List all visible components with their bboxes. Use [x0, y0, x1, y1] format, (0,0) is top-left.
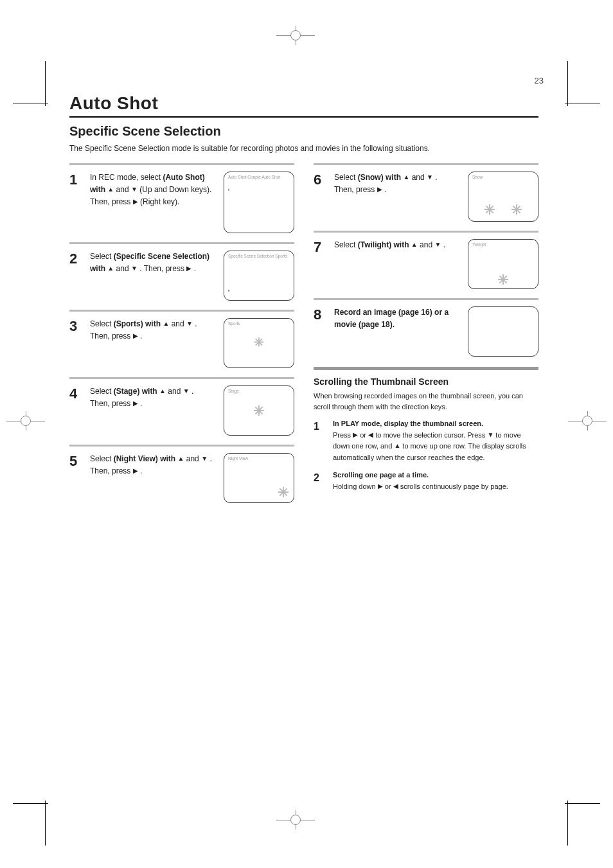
down-arrow-icon: ▼: [131, 263, 138, 274]
step-number: 8: [314, 306, 329, 323]
title-rule: [69, 116, 538, 118]
up-arrow-icon: ▲: [411, 240, 418, 250]
step-5: 5 Select (Night View) with ▲ and ▼ . The…: [69, 445, 294, 512]
screen-preview: Stage: [224, 385, 294, 436]
marker-icon: ▸: [228, 288, 230, 294]
burst-icon: [278, 487, 289, 497]
section-title: Auto Shot: [69, 93, 538, 114]
screen-caption: Specific Scene Selection Sports: [228, 254, 287, 259]
screen-caption: Stage: [228, 389, 239, 394]
step-body: Select (Twilight) with ▲ and ▼ .: [334, 239, 461, 289]
right-arrow-icon: ▶: [133, 197, 138, 207]
step-7: 7 Select (Twilight) with ▲ and ▼ . Twili…: [314, 231, 538, 298]
step-4: 4 Select (Stage) with ▲ and ▼ . Then, pr…: [69, 377, 294, 445]
marker-icon: ▸: [228, 188, 230, 193]
step-number: 7: [314, 239, 329, 256]
down-arrow-icon: ▼: [201, 454, 208, 464]
step-detail: Press ▶ or ◀ to move the selection curso…: [333, 431, 526, 461]
down-arrow-icon: ▼: [186, 319, 193, 329]
step-number: 5: [69, 453, 85, 470]
up-arrow-icon: ▲: [159, 386, 166, 396]
screen-caption: Night View: [228, 456, 248, 461]
up-arrow-icon: ▲: [107, 184, 114, 195]
intro-text: The Specific Scene Selection mode is sui…: [69, 143, 538, 154]
burst-icon: [484, 204, 495, 215]
screen-preview: Sports: [224, 318, 294, 368]
burst-icon: [511, 204, 522, 215]
screen-caption: Snow: [472, 175, 483, 180]
step-body: Select (Snow) with ▲ and ▼ . Then, press…: [334, 172, 461, 222]
step-1: 1 In REC mode, select (Auto Shot) with ▲…: [69, 163, 294, 242]
step-body: In REC mode, select (Auto Shot) with ▲ a…: [90, 172, 217, 233]
step-title: Scrolling one page at a time.: [333, 471, 429, 479]
step-body: Select (Night View) with ▲ and ▼ . Then,…: [90, 453, 217, 503]
left-arrow-icon: ◀: [368, 430, 373, 440]
step-body: Select (Sports) with ▲ and ▼ . Then, pre…: [90, 318, 217, 368]
up-arrow-icon: ▲: [107, 263, 114, 274]
burst-icon: [254, 337, 263, 346]
left-arrow-icon: ◀: [393, 481, 398, 492]
down-arrow-icon: ▼: [183, 386, 190, 396]
right-arrow-icon: ▶: [133, 398, 138, 409]
step-body: Record an image (page 16) or a movie (pa…: [334, 306, 461, 357]
burst-icon: [498, 274, 508, 285]
page-number: 23: [535, 76, 544, 85]
scroll-step-2: 2 Scrolling one page at a time. Holding …: [314, 470, 538, 492]
right-arrow-icon: ▶: [377, 184, 382, 195]
right-arrow-icon: ▶: [186, 263, 191, 274]
right-arrow-icon: ▶: [378, 481, 383, 492]
down-arrow-icon: ▼: [487, 430, 493, 440]
headline: Specific Scene Selection: [69, 124, 538, 139]
down-arrow-icon: ▼: [434, 240, 441, 250]
subsection-intro: When browsing recorded images on the thu…: [314, 391, 538, 412]
up-arrow-icon: ▲: [178, 454, 184, 464]
scroll-step-1: 1 In PLAY mode, display the thumbnail sc…: [314, 418, 538, 463]
step-number: 1: [69, 172, 85, 188]
down-arrow-icon: ▼: [427, 172, 433, 182]
step-body: Select (Specific Scene Selection) with ▲…: [90, 251, 217, 301]
step-6: 6 Select (Snow) with ▲ and ▼ . Then, pre…: [314, 163, 538, 231]
step-8: 8 Record an image (page 16) or a movie (…: [314, 298, 538, 366]
screen-preview: Snow: [468, 172, 538, 222]
right-arrow-icon: ▶: [353, 430, 358, 440]
step-number: 1: [314, 418, 326, 463]
up-arrow-icon: ▲: [163, 319, 169, 329]
step-number: 2: [69, 251, 85, 267]
step-detail: Holding down ▶ or ◀ scrolls continuously…: [333, 483, 508, 490]
step-2: 2 Select (Specific Scene Selection) with…: [69, 242, 294, 310]
step-number: 3: [69, 318, 85, 335]
right-arrow-icon: ▶: [133, 466, 138, 476]
screen-preview: [468, 306, 538, 357]
screen-preview: Twilight: [468, 239, 538, 289]
step-body: Select (Stage) with ▲ and ▼ . Then, pres…: [90, 385, 217, 436]
right-arrow-icon: ▶: [133, 331, 138, 341]
burst-icon: [254, 405, 264, 416]
up-arrow-icon: ▲: [394, 441, 400, 451]
step-title: In PLAY mode, display the thumbnail scre…: [333, 420, 483, 427]
screen-caption: Twilight: [472, 242, 486, 247]
screen-caption: Auto Shot Couple Auto Shot: [228, 175, 280, 180]
screen-preview: Auto Shot Couple Auto Shot ▸: [224, 172, 294, 233]
screen-preview: Specific Scene Selection Sports ▸: [224, 251, 294, 301]
step-3: 3 Select (Sports) with ▲ and ▼ . Then, p…: [69, 310, 294, 377]
step-number: 6: [314, 172, 329, 188]
up-arrow-icon: ▲: [403, 172, 409, 182]
screen-preview: Night View: [224, 453, 294, 503]
screen-caption: Sports: [228, 321, 240, 326]
section-divider: [314, 367, 538, 370]
subheading: Scrolling the Thumbnail Screen: [314, 376, 538, 387]
down-arrow-icon: ▼: [131, 184, 138, 195]
step-number: 2: [314, 470, 326, 492]
step-number: 4: [69, 385, 85, 402]
